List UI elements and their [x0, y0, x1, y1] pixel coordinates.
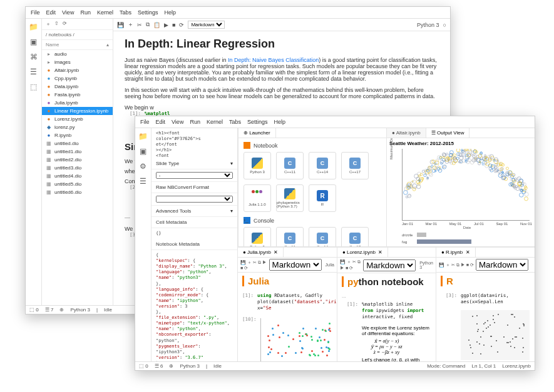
file-item[interactable]: ▦untitled1.dio: [42, 148, 113, 156]
naive-bayes-link[interactable]: In Depth: Naive Bayes Classification: [228, 57, 319, 63]
name-column-header[interactable]: Name: [46, 42, 59, 48]
slide-type-select[interactable]: -: [156, 172, 233, 179]
extensions-icon[interactable]: ⬚: [30, 83, 37, 91]
menu-file[interactable]: File: [140, 119, 150, 125]
celltype-select[interactable]: Markdown: [269, 259, 322, 271]
launcher-card[interactable]: CC++17: [341, 227, 369, 246]
file-item[interactable]: ◆lorenz.py: [42, 123, 113, 131]
file-item[interactable]: ●Data.ipynb: [42, 83, 113, 91]
tab-output-view[interactable]: ☰ Output View: [426, 128, 470, 138]
menu-edit[interactable]: Edit: [156, 119, 166, 125]
toc-icon[interactable]: ☰: [140, 177, 146, 186]
file-item[interactable]: ▸images: [42, 58, 113, 66]
add-cell-icon[interactable]: ＋: [128, 21, 133, 29]
launcher-card[interactable]: Python 3: [244, 227, 271, 246]
save-icon[interactable]: 💾: [117, 22, 124, 28]
nb-icon: ●: [46, 116, 52, 123]
file-item[interactable]: ●Fasta.ipynb: [42, 91, 113, 99]
commands-icon[interactable]: ⌘: [30, 53, 38, 61]
menu-tabs[interactable]: Tabs: [229, 119, 241, 125]
paste-icon[interactable]: 📋: [153, 22, 160, 28]
tab-julia[interactable]: ● Julia.ipynb ✕: [238, 248, 284, 257]
menu-view[interactable]: View: [172, 119, 183, 125]
file-item[interactable]: ●Julia.ipynb: [42, 99, 113, 107]
menu-view[interactable]: View: [62, 9, 74, 16]
cell-metadata-value[interactable]: {}: [151, 228, 237, 239]
console-section-icon: ›_: [244, 217, 250, 224]
menu-edit[interactable]: Edit: [46, 9, 56, 16]
file-item[interactable]: ▸audio: [42, 50, 113, 58]
chevron-down-icon[interactable]: ▾: [230, 208, 233, 214]
kernel-indicator[interactable]: Julia: [326, 263, 334, 267]
file-item[interactable]: ●Linear Regression.ipynb: [42, 107, 113, 115]
gear-icon[interactable]: ⚙: [140, 162, 146, 171]
menu-settings[interactable]: Settings: [247, 119, 268, 125]
file-item[interactable]: ▦untitled2.dio: [42, 156, 113, 164]
tab-lorenz[interactable]: ● Lorenz.ipynb ✕: [337, 248, 388, 257]
launcher-card[interactable]: Python 3: [244, 152, 271, 179]
launcher-card[interactable]: RR: [309, 184, 336, 212]
menu-kernel[interactable]: Kernel: [97, 9, 113, 16]
svg-point-184: [414, 174, 419, 178]
file-item[interactable]: ▦untitled4.dio: [42, 172, 113, 180]
code-cell[interactable]: using RDatasets, Gadflyplot(dataset("dat…: [257, 293, 337, 311]
launcher-card[interactable]: CC++14: [309, 227, 336, 246]
code-cell[interactable]: ggplot(data=iris, aes(x=Sepal.Len: [461, 293, 530, 305]
nb-icon: ●: [46, 108, 52, 114]
upload-icon[interactable]: ⇧: [54, 21, 59, 28]
file-item[interactable]: ●Lorenz.ipynb: [42, 115, 113, 123]
file-item[interactable]: ▦untitled3.dio: [42, 164, 113, 172]
menu-run[interactable]: Run: [190, 119, 200, 125]
launcher-card[interactable]: CC++17: [341, 152, 369, 179]
chevron-down-icon[interactable]: ▾: [230, 161, 233, 166]
file-item[interactable]: ▦untitled5.dio: [42, 180, 113, 188]
menu-help[interactable]: Help: [274, 119, 285, 125]
kernel-indicator[interactable]: Python 3: [417, 22, 439, 28]
tab-launcher[interactable]: ⊕ Launcher: [239, 128, 276, 138]
restart-icon[interactable]: ⟳: [179, 22, 184, 28]
kernel-indicator[interactable]: Python 3: [419, 261, 433, 269]
menu-help[interactable]: Help: [164, 9, 176, 16]
celltype-select[interactable]: Markdown: [363, 259, 416, 271]
menu-kernel[interactable]: Kernel: [207, 119, 223, 125]
breadcrumb[interactable]: / notebooks /: [42, 29, 113, 40]
kernel-name[interactable]: Python 3: [180, 363, 200, 369]
equation-block: ẋ = σ(y − x)ẏ = ρx − y − xzż = −βz + xy: [342, 338, 431, 355]
toc-icon[interactable]: ☰: [30, 68, 37, 76]
sort-icon[interactable]: ▴: [106, 42, 109, 48]
celltype-select[interactable]: Markdown: [476, 259, 528, 271]
stop-icon[interactable]: ■: [172, 22, 175, 28]
launcher-card[interactable]: phylogenetics (Python 3.7): [276, 184, 304, 212]
doc-paragraph: In this section we will start with a qui…: [125, 87, 439, 99]
kernel-name[interactable]: Python 3: [70, 307, 90, 313]
new-folder-icon[interactable]: ＋: [46, 21, 51, 28]
notebook-metadata-value[interactable]: { "kernelspec": { "display_name": "Pytho…: [151, 250, 237, 361]
raw-format-select[interactable]: [156, 196, 233, 203]
file-item[interactable]: ●Cpp.ipynb: [42, 74, 113, 83]
folder-icon[interactable]: 📁: [29, 23, 38, 31]
file-item[interactable]: ●R.ipynb: [42, 131, 113, 139]
menu-settings[interactable]: Settings: [138, 9, 158, 16]
running-icon[interactable]: ▣: [140, 147, 146, 156]
code-cell[interactable]: %matplotlib inlinefrom ipywidgets import…: [362, 301, 431, 320]
menu-tabs[interactable]: Tabs: [120, 9, 131, 16]
copy-icon[interactable]: ⧉: [146, 21, 150, 28]
running-icon[interactable]: ▣: [30, 38, 37, 46]
celltype-select[interactable]: Markdown: [188, 21, 225, 29]
launcher-card[interactable]: Julia 1.1.0: [244, 184, 271, 212]
launcher-card[interactable]: CC++11: [276, 227, 304, 246]
folder-icon[interactable]: 📁: [138, 132, 148, 141]
cut-icon[interactable]: ✂: [137, 22, 142, 28]
tab-altair[interactable]: ● Altair.ipynb: [387, 128, 426, 138]
menu-run[interactable]: Run: [80, 9, 91, 16]
file-item[interactable]: ●Altair.ipynb: [42, 66, 113, 74]
launcher-card[interactable]: CC++11: [276, 152, 304, 179]
run-icon[interactable]: ▶: [164, 22, 168, 28]
file-item[interactable]: ▦untitled6.dio: [42, 188, 113, 196]
launcher-card[interactable]: CC++14: [309, 152, 336, 179]
file-item[interactable]: ▦untitled.dio: [42, 139, 113, 148]
refresh-icon[interactable]: ⟳: [63, 21, 67, 28]
tab-r[interactable]: ● R.ipynb ✕: [436, 248, 476, 257]
menu-file[interactable]: File: [31, 9, 40, 16]
jupyterlab-window-2: FileEditViewRunKernelTabsSettingsHelp 📁 …: [135, 116, 535, 371]
